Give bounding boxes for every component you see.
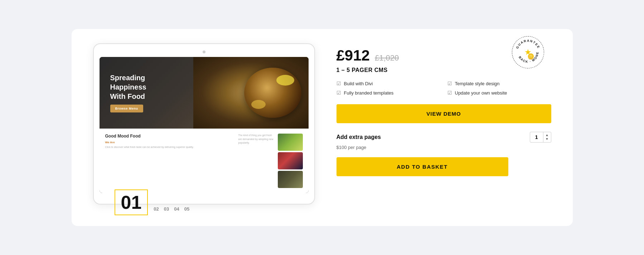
guarantee-coin: 🪙 (527, 53, 534, 60)
food-plate-image (244, 68, 301, 118)
check-icon-3: ☑ (336, 90, 341, 96)
feature-label-3: Fully branded templates (344, 90, 394, 96)
check-icon-1: ☑ (336, 81, 341, 86)
guarantee-circle: GUARANTEE BACK · MONEY · ★ 🪙 (512, 36, 544, 68)
food-thumb-2 (278, 152, 303, 169)
page-dot-05[interactable]: 05 (184, 206, 189, 212)
price-old: £1,020 (375, 53, 399, 63)
website-we-are-label: We Are (105, 141, 235, 144)
hero-cta-button[interactable]: Browse Menu (110, 105, 143, 112)
feature-label-4: Update your own website (455, 90, 507, 96)
food-thumb-3 (278, 171, 303, 188)
hero-text-block: Spreading Happiness With Food Browse Men… (110, 73, 146, 112)
website-hero: Spreading Happiness With Food Browse Men… (100, 57, 309, 129)
add-to-basket-button[interactable]: ADD TO BASKET (336, 157, 508, 176)
hero-title: Spreading Happiness With Food (110, 73, 146, 101)
check-icon-2: ☑ (447, 81, 452, 86)
website-column2: The kind of thing you get fresh are dema… (238, 134, 274, 188)
page-dots: 02 03 04 05 (148, 199, 189, 215)
feature-item-4: ☑ Update your own website (447, 90, 551, 96)
extra-pages-row: Add extra pages 1 ▲ ▼ (336, 132, 551, 143)
feature-item-1: ☑ Build with Divi (336, 81, 440, 86)
product-page: Spreading Happiness With Food Browse Men… (72, 29, 573, 226)
quantity-arrows: ▲ ▼ (543, 134, 551, 141)
guarantee-center: ★ 🪙 (524, 48, 532, 57)
extra-pages-label: Add extra pages (336, 134, 381, 140)
pagination-section: 01 02 03 04 05 (115, 189, 190, 215)
current-page-highlight: 01 (115, 189, 148, 215)
feature-label-2: Template style design (455, 81, 500, 86)
food-thumb-1 (278, 134, 303, 151)
page-dot-04[interactable]: 04 (174, 206, 179, 212)
price-current: £912 (336, 47, 370, 64)
laptop-mockup: Spreading Happiness With Food Browse Men… (93, 43, 315, 205)
website-left-column: Good Mood Food We Are Click to discover … (105, 134, 235, 188)
page-dot-03[interactable]: 03 (164, 206, 169, 212)
product-info-section: GUARANTEE BACK · MONEY · ★ 🪙 £912 £1,020… (336, 43, 551, 176)
product-preview-section: Spreading Happiness With Food Browse Men… (93, 43, 315, 205)
feature-label-1: Build with Divi (344, 81, 373, 86)
website-description: Click to discover what fresh taste can b… (105, 145, 235, 149)
features-grid: ☑ Build with Divi ☑ Template style desig… (336, 81, 551, 96)
laptop-screen: Spreading Happiness With Food Browse Men… (100, 57, 309, 193)
website-content-bottom: Good Mood Food We Are Click to discover … (100, 129, 309, 193)
quantity-up-arrow[interactable]: ▲ (546, 134, 549, 137)
current-page-number: 01 (121, 193, 142, 212)
per-page-price: $100 per page (336, 145, 551, 150)
quantity-down-arrow[interactable]: ▼ (546, 138, 549, 141)
quantity-value: 1 (530, 132, 543, 142)
view-demo-button[interactable]: VIEW DEMO (336, 104, 551, 123)
page-dot-02[interactable]: 02 (154, 206, 159, 212)
check-icon-4: ☑ (447, 90, 452, 96)
feature-item-3: ☑ Fully branded templates (336, 90, 440, 96)
guarantee-badge: GUARANTEE BACK · MONEY · ★ 🪙 (512, 36, 544, 68)
website-brand-name: Good Mood Food (105, 134, 235, 139)
quantity-spinner[interactable]: 1 ▲ ▼ (530, 132, 551, 143)
laptop-camera (203, 50, 205, 53)
feature-item-2: ☑ Template style design (447, 81, 551, 86)
website-food-thumbnails (278, 134, 303, 188)
